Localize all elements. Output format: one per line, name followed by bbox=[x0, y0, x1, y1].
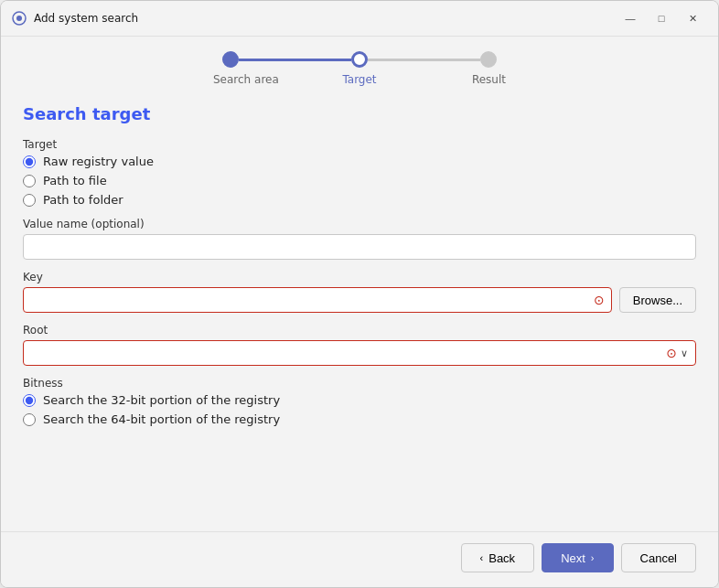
maximize-icon: □ bbox=[659, 13, 665, 24]
window-title: Add system search bbox=[34, 12, 616, 25]
minimize-button[interactable]: — bbox=[616, 8, 645, 28]
step-line-2 bbox=[368, 59, 480, 61]
step-label-target: Target bbox=[311, 73, 409, 86]
step-label-search-area: Search area bbox=[213, 73, 311, 86]
titlebar: Add system search — □ ✕ bbox=[1, 1, 718, 37]
radio-path-file[interactable]: Path to file bbox=[23, 174, 696, 187]
value-name-field-group: Value name (optional) bbox=[23, 218, 696, 260]
back-label: Back bbox=[488, 551, 515, 565]
minimize-icon: — bbox=[626, 13, 636, 24]
root-error-icon: ⊙ bbox=[666, 346, 677, 360]
next-label: Next bbox=[561, 551, 585, 565]
bitness-radio-group: Search the 32-bit portion of the registr… bbox=[23, 393, 696, 426]
bitness-field-group: Bitness Search the 32-bit portion of the… bbox=[23, 377, 696, 426]
root-chevron-icon: ∨ bbox=[681, 347, 688, 359]
radio-32bit-input[interactable] bbox=[23, 394, 36, 407]
target-field-group: Target Raw registry value Path to file P… bbox=[23, 138, 696, 207]
stepper-labels: Search area Target Result bbox=[222, 73, 497, 86]
radio-path-folder-input[interactable] bbox=[23, 194, 36, 207]
maximize-button[interactable]: □ bbox=[647, 8, 676, 28]
radio-raw-registry[interactable]: Raw registry value bbox=[23, 155, 696, 168]
radio-64bit-input[interactable] bbox=[23, 413, 36, 426]
browse-button[interactable]: Browse... bbox=[619, 287, 696, 313]
radio-32bit-label: Search the 32-bit portion of the registr… bbox=[43, 393, 280, 407]
cancel-button[interactable]: Cancel bbox=[621, 543, 696, 572]
key-field-group: Key ⊙ Browse... bbox=[23, 271, 696, 313]
key-input[interactable] bbox=[23, 287, 612, 313]
key-label: Key bbox=[23, 271, 696, 283]
value-name-label: Value name (optional) bbox=[23, 218, 696, 230]
stepper: Search area Target Result bbox=[23, 51, 696, 86]
section-title: Search target bbox=[23, 104, 696, 123]
radio-path-file-input[interactable] bbox=[23, 175, 36, 187]
content: Search area Target Result Search target … bbox=[1, 37, 718, 531]
radio-64bit-label: Search the 64-bit portion of the registr… bbox=[43, 412, 280, 426]
bitness-label: Bitness bbox=[23, 377, 696, 390]
window: Add system search — □ ✕ Search bbox=[0, 0, 719, 588]
root-input-wrap: ⊙ ∨ bbox=[23, 340, 696, 366]
close-icon: ✕ bbox=[689, 13, 697, 25]
radio-raw-registry-input[interactable] bbox=[23, 155, 36, 168]
value-name-input[interactable] bbox=[23, 234, 696, 260]
target-label: Target bbox=[23, 138, 696, 151]
footer: ‹ Back Next › Cancel bbox=[1, 531, 718, 587]
key-row: ⊙ Browse... bbox=[23, 287, 696, 313]
target-radio-group: Raw registry value Path to file Path to … bbox=[23, 155, 696, 207]
radio-64bit[interactable]: Search the 64-bit portion of the registr… bbox=[23, 412, 696, 426]
close-button[interactable]: ✕ bbox=[678, 8, 707, 28]
cancel-label: Cancel bbox=[640, 551, 677, 565]
window-controls: — □ ✕ bbox=[616, 8, 707, 28]
radio-path-folder[interactable]: Path to folder bbox=[23, 193, 696, 207]
root-icons: ⊙ ∨ bbox=[666, 346, 688, 360]
next-chevron-icon: › bbox=[591, 552, 595, 563]
next-button[interactable]: Next › bbox=[542, 543, 613, 572]
step-line-1 bbox=[239, 59, 351, 61]
radio-path-folder-label: Path to folder bbox=[43, 193, 123, 207]
key-input-wrap: ⊙ bbox=[23, 287, 612, 313]
root-field-group: Root ⊙ ∨ bbox=[23, 324, 696, 366]
app-icon bbox=[12, 11, 27, 26]
back-chevron-icon: ‹ bbox=[480, 552, 484, 563]
svg-point-1 bbox=[16, 16, 22, 21]
step-node-result bbox=[480, 51, 497, 68]
step-node-search-area bbox=[222, 51, 239, 68]
radio-path-file-label: Path to file bbox=[43, 174, 107, 187]
step-label-result: Result bbox=[408, 73, 506, 86]
radio-32bit[interactable]: Search the 32-bit portion of the registr… bbox=[23, 393, 696, 407]
stepper-track bbox=[222, 51, 497, 68]
root-input[interactable] bbox=[31, 347, 666, 360]
root-label: Root bbox=[23, 324, 696, 337]
step-node-target bbox=[351, 51, 368, 68]
back-button[interactable]: ‹ Back bbox=[461, 543, 535, 572]
radio-raw-registry-label: Raw registry value bbox=[43, 155, 154, 168]
